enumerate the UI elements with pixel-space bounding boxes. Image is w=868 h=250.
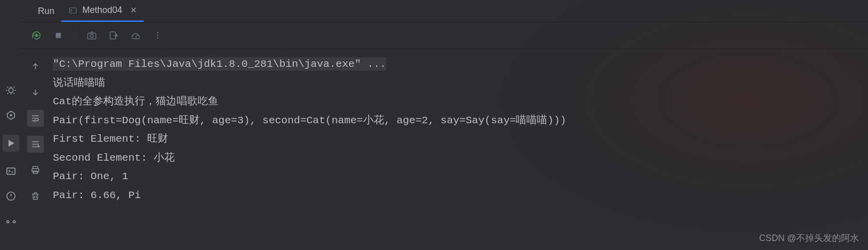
svg-point-0 [8,88,13,92]
svg-rect-10 [56,33,61,38]
console-gutter [22,49,49,250]
console-line: Pair: One, 1 [53,171,128,182]
svg-rect-4 [7,168,15,175]
camera-icon[interactable] [86,30,97,41]
svg-point-6 [6,221,9,223]
separator [75,29,75,41]
svg-marker-3 [8,140,14,146]
console-line: Pair: 6.66, Pi [53,190,141,201]
hexagon-icon[interactable] [5,110,16,121]
up-icon[interactable] [27,58,44,75]
console-line: Second Element: 小花 [53,152,175,164]
console-command: "C:\Program Files\Java\jdk1.8.0_281\bin\… [53,57,386,71]
tab-file[interactable]: Method04 ✕ [61,0,144,22]
svg-point-16 [157,37,159,39]
left-tool-gutter [0,0,22,250]
console-line: First Element: 旺财 [53,133,168,145]
scroll-end-icon[interactable] [27,136,44,153]
more-icon[interactable] [152,30,163,41]
tab-run-label: Run [38,6,54,16]
console-line: Cat的全参构造执行，猫边唱歌吃鱼 [53,96,218,107]
run-toolbar [22,22,163,48]
vcs-icon[interactable] [5,218,16,229]
svg-marker-9 [35,33,38,37]
tab-run[interactable]: Run [31,0,61,22]
tab-file-label: Method04 [82,5,122,15]
svg-point-14 [157,32,159,33]
svg-rect-8 [69,7,76,13]
svg-point-7 [13,221,15,223]
print-icon[interactable] [27,162,44,179]
console-line: Pair(first=Dog(name=旺财, age=3), second=C… [53,115,566,126]
stop-icon[interactable] [53,30,64,41]
svg-point-12 [90,34,93,37]
tab-bar: Run Method04 ✕ [22,0,868,22]
file-icon [68,6,77,15]
watermark: CSDN @不掉头发的阿水 [759,232,859,244]
svg-rect-19 [33,171,37,174]
delete-icon[interactable] [27,188,44,205]
run-tool-icon[interactable] [2,135,19,152]
profiler-icon[interactable] [130,30,141,41]
exit-icon[interactable] [108,30,119,41]
debug-icon[interactable] [5,85,16,96]
down-icon[interactable] [27,84,44,101]
svg-point-15 [157,35,159,36]
console-output[interactable]: "C:\Program Files\Java\jdk1.8.0_281\bin\… [49,49,868,250]
svg-point-2 [10,115,12,116]
close-icon[interactable]: ✕ [130,5,137,15]
soft-wrap-icon[interactable] [27,110,44,127]
terminal-icon[interactable] [5,166,16,177]
rerun-icon[interactable] [31,30,42,41]
console-line: 说话喵喵喵 [53,77,105,89]
problems-icon[interactable] [5,191,16,202]
